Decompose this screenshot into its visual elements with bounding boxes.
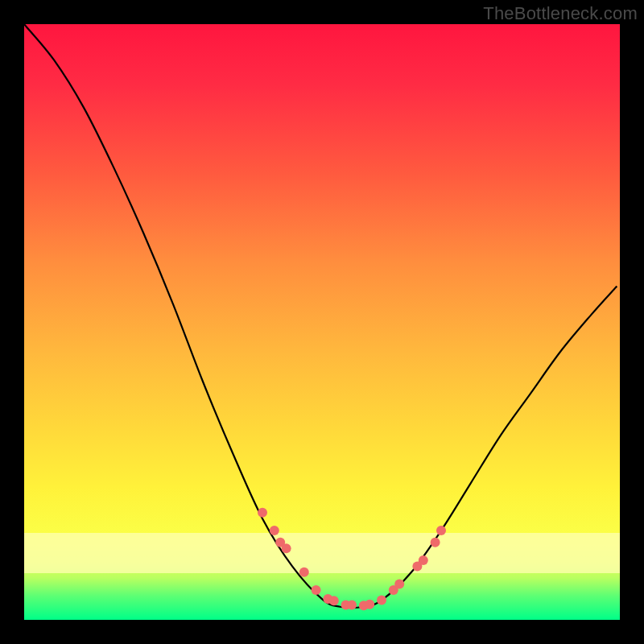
highlight-dot	[312, 585, 321, 595]
plot-area	[24, 24, 620, 620]
highlight-dot	[299, 568, 309, 577]
highlight-dot	[419, 555, 428, 565]
highlight-dot	[258, 508, 267, 518]
highlight-dot	[377, 596, 386, 605]
highlight-dot	[329, 596, 339, 605]
chart-stage: TheBottleneck.com	[0, 0, 644, 644]
bottleneck-curve	[24, 24, 617, 608]
highlight-dot	[270, 526, 279, 535]
watermark-text: TheBottleneck.com	[483, 3, 638, 24]
highlight-dot	[431, 538, 440, 547]
highlight-dot	[365, 600, 374, 609]
highlight-dots	[258, 508, 446, 610]
highlight-dot	[282, 543, 291, 553]
highlight-dot	[347, 601, 357, 610]
highlight-dot	[436, 526, 446, 535]
highlight-dot	[394, 580, 404, 589]
curve-layer	[24, 24, 620, 620]
